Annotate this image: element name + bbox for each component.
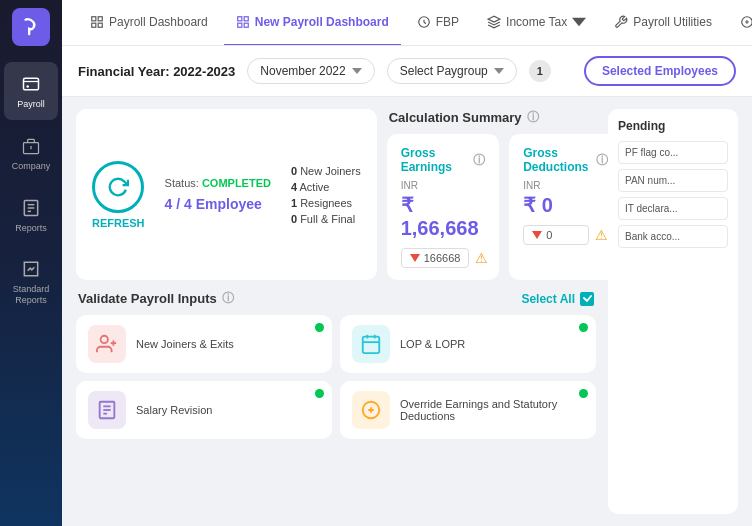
page-content: REFRESH Status: COMPLETED 4 / 4 Employee…: [62, 97, 752, 526]
gross-deductions-card: Gross Deductions ⓘ INR ₹ 0 0 ⚠: [509, 134, 622, 280]
gross-deductions-info-icon: ⓘ: [596, 152, 608, 169]
left-column: REFRESH Status: COMPLETED 4 / 4 Employee…: [76, 109, 596, 514]
app-logo[interactable]: [12, 8, 50, 46]
toolbar: Financial Year: 2022-2023 November 2022 …: [62, 46, 752, 97]
refresh-section: REFRESH: [92, 161, 145, 229]
main-content: Payroll Dashboard New Payroll Dashboard …: [62, 0, 752, 526]
calc-info-icon: ⓘ: [527, 109, 539, 126]
gross-earnings-currency: INR: [401, 180, 486, 191]
gross-deductions-input-row: 0 ⚠: [523, 225, 608, 245]
svg-rect-12: [98, 23, 102, 27]
pending-item-it-declar[interactable]: IT declara...: [618, 197, 728, 220]
right-panel: Pending PF flag co... PAN num... IT decl…: [608, 109, 738, 514]
stat-resignees: 1 Resignees: [291, 197, 361, 209]
pending-item-pan-num[interactable]: PAN num...: [618, 169, 728, 192]
validate-card-salary-revision[interactable]: Salary Revision: [76, 381, 332, 439]
new-joiners-icon: [88, 325, 126, 363]
validate-card-override-earnings[interactable]: Override Earnings and Statutory Deductio…: [340, 381, 596, 439]
validate-card-new-joiners[interactable]: New Joiners & Exits: [76, 315, 332, 373]
lop-lopr-status-dot: [579, 323, 588, 332]
svg-rect-10: [98, 16, 102, 20]
stat-active: 4 Active: [291, 181, 361, 193]
gross-deductions-warning-icon: ⚠: [595, 227, 608, 243]
paygroup-badge: 1: [529, 60, 551, 82]
gross-earnings-info-icon: ⓘ: [473, 152, 485, 169]
tab-payroll-utilities[interactable]: Payroll Utilities: [602, 0, 724, 46]
calculation-summary: Calculation Summary ⓘ Gross Earnings ⓘ I…: [387, 109, 622, 280]
top-navigation: Payroll Dashboard New Payroll Dashboard …: [62, 0, 752, 46]
svg-rect-14: [244, 16, 248, 20]
sidebar-item-reports[interactable]: Reports: [4, 186, 58, 244]
svg-point-19: [101, 336, 108, 343]
tab-fbp[interactable]: FBP: [405, 0, 471, 46]
svg-rect-15: [237, 23, 241, 27]
sidebar-item-company[interactable]: Company: [4, 124, 58, 182]
svg-rect-9: [92, 16, 96, 20]
refresh-label: REFRESH: [92, 217, 145, 229]
svg-rect-11: [92, 23, 96, 27]
financial-year-title: Financial Year: 2022-2023: [78, 64, 235, 79]
svg-point-2: [26, 85, 29, 88]
validate-payroll-section: Validate Payroll Inputs ⓘ Select All: [76, 290, 596, 439]
gross-deductions-title: Gross Deductions ⓘ: [523, 146, 608, 174]
sidebar: Payroll Company Reports: [0, 0, 62, 526]
tab-perc[interactable]: Perc: [728, 0, 752, 46]
employee-count: 4 / 4 Employee: [165, 196, 271, 212]
selected-employees-button[interactable]: Selected Employees: [584, 56, 736, 86]
gross-earnings-input[interactable]: 166668: [401, 248, 470, 268]
pending-item-pf-flag[interactable]: PF flag co...: [618, 141, 728, 164]
gross-deductions-input[interactable]: 0: [523, 225, 589, 245]
pending-panel-title: Pending: [618, 119, 728, 133]
validate-grid: New Joiners & Exits LOP & LO: [76, 315, 596, 439]
refresh-button[interactable]: [92, 161, 144, 213]
pending-item-bank-acco[interactable]: Bank acco...: [618, 225, 728, 248]
stat-full-final: 0 Full & Final: [291, 213, 361, 225]
override-earnings-status-dot: [579, 389, 588, 398]
sidebar-item-company-label: Company: [12, 161, 51, 172]
sidebar-item-standard-reports-label: Standard Reports: [10, 284, 52, 306]
new-joiners-status-dot: [315, 323, 324, 332]
status-label: Status:: [165, 177, 199, 189]
validate-info-icon: ⓘ: [222, 290, 234, 307]
svg-rect-0: [24, 78, 39, 90]
validate-payroll-header: Validate Payroll Inputs ⓘ Select All: [76, 290, 596, 307]
select-all-checkbox[interactable]: [580, 292, 594, 306]
gross-earnings-card: Gross Earnings ⓘ INR ₹ 1,66,668 166668: [387, 134, 500, 280]
lop-lopr-icon: [352, 325, 390, 363]
gross-earnings-input-row: 166668 ⚠: [401, 248, 486, 268]
standard-reports-icon: [19, 257, 43, 281]
gross-earnings-title: Gross Earnings ⓘ: [401, 146, 486, 174]
sidebar-item-payroll-label: Payroll: [17, 99, 45, 110]
svg-rect-16: [244, 23, 248, 27]
calc-summary-header: Calculation Summary ⓘ: [387, 109, 622, 126]
stat-new-joiners: 0 New Joiners: [291, 165, 361, 177]
salary-revision-label: Salary Revision: [136, 404, 320, 416]
payroll-icon: [19, 72, 43, 96]
lop-lopr-label: LOP & LOPR: [400, 338, 584, 350]
validate-card-lop-lopr[interactable]: LOP & LOPR: [340, 315, 596, 373]
override-earnings-label: Override Earnings and Statutory Deductio…: [400, 398, 584, 422]
reports-icon: [19, 196, 43, 220]
override-earnings-icon: [352, 391, 390, 429]
paygroup-dropdown[interactable]: Select Paygroup: [387, 58, 517, 84]
tab-payroll-dashboard[interactable]: Payroll Dashboard: [78, 0, 220, 46]
payroll-status-card: REFRESH Status: COMPLETED 4 / 4 Employee…: [76, 109, 377, 280]
salary-revision-icon: [88, 391, 126, 429]
sidebar-item-standard-reports[interactable]: Standard Reports: [4, 247, 58, 316]
month-dropdown[interactable]: November 2022: [247, 58, 374, 84]
company-icon: [19, 134, 43, 158]
select-all-button[interactable]: Select All: [521, 292, 594, 306]
tab-income-tax[interactable]: Income Tax: [475, 0, 598, 46]
new-joiners-label: New Joiners & Exits: [136, 338, 320, 350]
gross-earnings-warning-icon: ⚠: [475, 250, 488, 266]
tab-new-payroll-dashboard[interactable]: New Payroll Dashboard: [224, 0, 401, 46]
salary-revision-status-dot: [315, 389, 324, 398]
sidebar-item-payroll[interactable]: Payroll: [4, 62, 58, 120]
calc-cards: Gross Earnings ⓘ INR ₹ 1,66,668 166668: [387, 134, 622, 280]
svg-rect-22: [363, 337, 380, 354]
validate-payroll-title: Validate Payroll Inputs ⓘ: [78, 290, 234, 307]
gross-deductions-currency: INR: [523, 180, 608, 191]
status-stats: 0 New Joiners 4 Active 1 Resignees 0: [291, 165, 361, 225]
sidebar-item-reports-label: Reports: [15, 223, 47, 234]
gross-deductions-amount: ₹ 0: [523, 193, 608, 217]
